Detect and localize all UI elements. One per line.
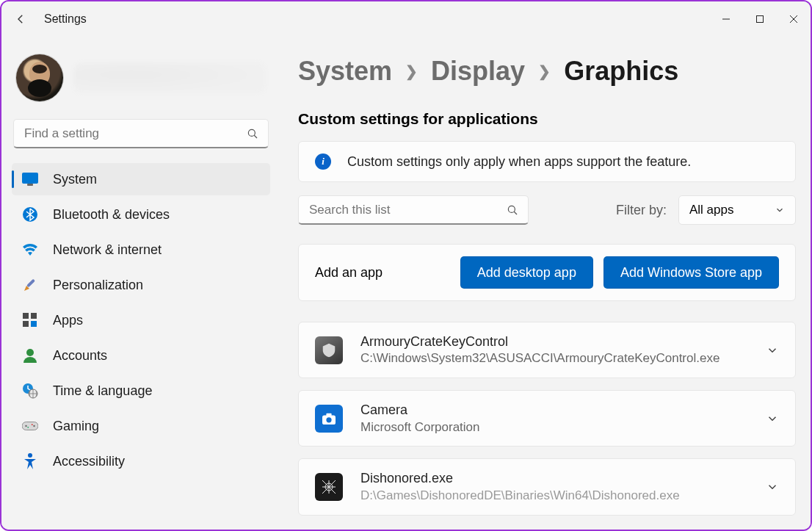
svg-rect-1 (757, 16, 764, 23)
svg-point-22 (28, 453, 32, 458)
wifi-icon (22, 242, 38, 258)
breadcrumb: System ❯ Display ❯ Graphics (298, 56, 796, 87)
info-text: Custom settings only apply when apps sup… (347, 154, 691, 170)
chevron-right-icon: ❯ (405, 62, 418, 80)
avatar (16, 54, 63, 101)
svg-point-20 (32, 424, 33, 425)
settings-search[interactable] (13, 119, 269, 148)
chevron-down-icon (766, 344, 779, 357)
nav-label: Network & internet (53, 242, 162, 258)
nav-item-accessibility[interactable]: Accessibility (12, 445, 270, 477)
svg-point-19 (33, 425, 35, 427)
bluetooth-icon (22, 206, 38, 223)
nav-label: System (53, 172, 97, 187)
app-path: Microsoft Corporation (360, 419, 748, 436)
add-desktop-app-button[interactable]: Add desktop app (460, 256, 593, 289)
section-title: Custom settings for applications (298, 110, 796, 128)
svg-point-4 (248, 129, 255, 136)
app-name: Dishonored.exe (360, 469, 748, 487)
user-name-redacted (73, 62, 266, 93)
svg-rect-9 (26, 279, 35, 288)
filter-toolbar: Filter by: All apps (298, 195, 796, 225)
nav-item-bluetooth[interactable]: Bluetooth & devices (12, 198, 270, 231)
svg-rect-17 (22, 422, 38, 430)
app-name: ArmouryCrateKeyControl (360, 333, 748, 350)
svg-line-5 (254, 135, 257, 138)
chevron-down-icon (766, 480, 779, 494)
nav-list[interactable]: System Bluetooth & devices Network & int… (10, 160, 272, 530)
search-icon (246, 127, 259, 140)
nav-item-network[interactable]: Network & internet (12, 234, 270, 266)
app-path: C:\Windows\System32\ASUSACCI\ArmouryCrat… (360, 350, 748, 367)
svg-point-21 (27, 427, 29, 428)
title-bar: Settings (1, 1, 811, 37)
breadcrumb-system[interactable]: System (298, 56, 392, 87)
sidebar: System Bluetooth & devices Network & int… (1, 37, 280, 530)
chevron-right-icon: ❯ (538, 62, 551, 80)
app-list-search[interactable] (298, 195, 529, 225)
nav-item-gaming[interactable]: Gaming (12, 410, 270, 442)
info-icon: i (315, 153, 331, 170)
app-title: Settings (44, 12, 87, 26)
window-controls (709, 6, 811, 32)
nav-label: Time & language (53, 383, 152, 399)
nav-label: Gaming (53, 419, 99, 434)
accounts-icon (22, 347, 38, 364)
gamepad-icon (22, 418, 38, 434)
nav-item-apps[interactable]: Apps (12, 304, 270, 336)
svg-rect-6 (22, 173, 38, 184)
svg-point-18 (25, 425, 26, 427)
app-row-dishonored[interactable]: Dishonored.exe D:\Games\DishonoredDE\Bin… (298, 458, 796, 515)
breadcrumb-display[interactable]: Display (431, 56, 525, 87)
back-arrow-icon (14, 12, 27, 26)
add-store-app-button[interactable]: Add Windows Store app (603, 256, 779, 289)
add-app-card: Add an app Add desktop app Add Windows S… (298, 244, 796, 301)
svg-rect-11 (31, 313, 37, 319)
app-icon (315, 405, 343, 433)
filter-selected: All apps (689, 203, 733, 217)
nav-label: Apps (53, 313, 83, 328)
maximize-button[interactable] (743, 6, 777, 32)
svg-rect-10 (23, 313, 29, 319)
nav-item-personalization[interactable]: Personalization (12, 269, 270, 301)
svg-rect-7 (27, 184, 33, 186)
app-row-camera[interactable]: Camera Microsoft Corporation (298, 390, 796, 447)
info-banner: i Custom settings only apply when apps s… (298, 141, 796, 182)
filter-label: Filter by: (616, 203, 667, 218)
back-button[interactable] (6, 4, 35, 34)
close-button[interactable] (777, 6, 811, 32)
app-icon (315, 473, 343, 501)
minimize-icon (722, 15, 731, 24)
content-area: System ❯ Display ❯ Graphics Custom setti… (280, 37, 811, 530)
nav-label: Accessibility (53, 454, 125, 469)
svg-rect-26 (326, 413, 331, 417)
nav-label: Bluetooth & devices (53, 207, 170, 223)
nav-label: Personalization (53, 278, 143, 293)
system-icon (22, 171, 38, 187)
chevron-down-icon (766, 412, 779, 425)
search-icon (506, 203, 519, 217)
app-row-armourycrate[interactable]: ArmouryCrateKeyControl C:\Windows\System… (298, 322, 796, 378)
svg-rect-13 (31, 321, 37, 327)
app-list-search-input[interactable] (308, 202, 506, 218)
svg-rect-12 (23, 321, 29, 327)
nav-item-accounts[interactable]: Accounts (12, 339, 270, 372)
settings-search-input[interactable] (23, 126, 246, 142)
chevron-down-icon (775, 205, 785, 215)
breadcrumb-current: Graphics (564, 56, 678, 87)
accessibility-icon (22, 453, 38, 469)
svg-point-27 (326, 417, 331, 422)
app-path: D:\Games\DishonoredDE\Binaries\Win64\Dis… (360, 488, 748, 505)
nav-item-time-language[interactable]: Time & language (12, 375, 270, 407)
apps-icon (22, 312, 38, 328)
minimize-button[interactable] (709, 6, 743, 32)
svg-point-23 (508, 206, 515, 212)
nav-item-system[interactable]: System (12, 163, 270, 195)
nav-label: Accounts (53, 348, 107, 364)
app-name: Camera (360, 401, 748, 419)
filter-dropdown[interactable]: All apps (678, 195, 796, 225)
svg-point-14 (26, 349, 34, 356)
add-app-label: Add an app (315, 265, 450, 281)
paintbrush-icon (22, 277, 38, 293)
user-card[interactable] (10, 51, 272, 110)
